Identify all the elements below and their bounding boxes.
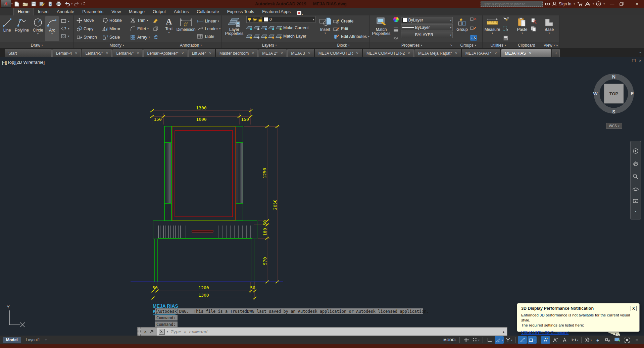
ribbon-tab-collaborate[interactable]: Collaborate [193,8,223,15]
array-caret-icon[interactable]: ▾ [149,36,150,38]
layer-lock-tool-icon[interactable] [268,25,274,30]
close-tab-icon[interactable]: × [356,51,358,55]
close-tab-icon[interactable]: × [529,51,531,55]
close-button[interactable]: × [632,1,642,6]
color-wheel-icon[interactable] [393,17,399,22]
panel-label-utilities[interactable]: Utilities▾ [483,42,514,48]
file-tab[interactable]: MEJA RAPAT*× [462,49,501,57]
autodesk-app-icon[interactable] [585,2,590,6]
edit-attributes-button[interactable]: Edit Attributes▾ [333,33,369,40]
group-selection-icon[interactable] [470,35,477,41]
command-customize-icon[interactable] [149,330,154,334]
trim-caret-icon[interactable]: ▾ [147,19,148,21]
linetype-dropdown[interactable]: BYLAYER ▾ [401,32,453,38]
workspace-switch-icon[interactable]: ▾ [584,336,593,344]
customization-menu-icon[interactable]: ≡ [632,336,641,344]
rotate-button[interactable]: Rotate [102,16,130,24]
command-dock-grip[interactable] [138,328,141,336]
lineweight-caret-icon[interactable]: ▾ [450,27,451,29]
close-tab-icon[interactable]: × [455,51,457,55]
erase-button[interactable] [153,16,159,24]
ribbon-tab-featured-apps[interactable]: Featured Apps [258,8,295,15]
close-tab-icon[interactable]: × [494,51,497,55]
zoom-icon[interactable] [633,173,639,180]
file-tab[interactable]: Lemari-Apoteker*× [143,49,187,57]
linear-caret-icon[interactable]: ▾ [218,20,219,22]
leader-button[interactable]: Leader▾ [197,25,220,33]
notification-close-button[interactable]: X [631,306,637,311]
pan-icon[interactable] [633,161,638,167]
wcs-menu[interactable]: WCS▾ [606,123,622,129]
grid-toggle-icon[interactable] [462,336,471,344]
isodraft-toggle-icon[interactable]: ▾ [504,336,513,344]
calculator-icon[interactable] [503,36,508,41]
ribbon-tab-express-tools[interactable]: Express Tools [223,8,258,15]
steering-wheel-icon[interactable] [633,148,639,154]
viewcube-face-label[interactable]: TOP [609,91,618,96]
ribbon-tab-annotate[interactable]: Annotate [53,8,78,15]
layer-dropdown[interactable]: 0 ▾ [246,16,315,23]
help-icon[interactable]: ? [596,1,601,6]
save-web-mobile-icon[interactable] [47,1,54,7]
panel-label-properties[interactable]: Properties▾↘ [370,42,454,48]
layer-color-swatch[interactable] [263,17,268,22]
annotation-scale-value[interactable]: 1:1▾ [570,336,579,344]
viewcube-north[interactable]: N [612,74,615,80]
close-tab-icon[interactable]: × [209,51,211,55]
overkill-button[interactable] [153,33,159,41]
measure-caret-icon[interactable]: ▾ [492,32,493,34]
layer-lock-icon[interactable] [258,17,262,22]
properties-expand-icon[interactable]: ↘ [450,43,452,47]
copy-clip-icon[interactable] [531,26,537,32]
block-create-button[interactable]: Create [333,17,369,25]
file-tab[interactable]: MEJA 3× [287,49,314,57]
leader-caret-icon[interactable]: ▾ [219,28,220,30]
table-button[interactable]: Table [197,33,220,40]
showmotion-icon[interactable] [633,199,638,203]
autocad-logo-icon[interactable]: A [1,0,11,8]
command-expand-icon[interactable]: ▲ [502,330,505,334]
object-snap-tracking-toggle-icon[interactable] [518,336,527,344]
file-tab-active[interactable]: MEJA RIAS× [501,49,551,57]
arc-caret-icon[interactable]: ▾ [51,33,53,35]
redo-icon[interactable] [73,1,81,7]
doc-minimize-icon[interactable]: — [625,58,629,63]
ribbon-tab-parametric[interactable]: Parametric [78,8,107,15]
close-tab-icon[interactable]: × [137,51,139,55]
fillet-caret-icon[interactable]: ▾ [147,28,149,30]
panel-label-clipboard[interactable]: Clipboard [514,42,539,48]
select-similar-icon[interactable] [502,26,509,31]
new-file-icon[interactable] [13,1,21,7]
ribbon-tab-insert[interactable]: Insert [34,8,53,15]
linetype-icon[interactable] [393,37,399,41]
close-tab-icon[interactable]: × [75,51,77,55]
clean-screen-icon[interactable] [623,336,632,344]
command-prompt-icon[interactable] [159,329,165,335]
new-drawing-button[interactable]: + [552,49,560,57]
copy-button[interactable]: Copy [77,24,102,33]
base-button[interactable]: Base ▾ [542,16,557,41]
paste-button[interactable]: Paste ▾ [515,16,529,41]
object-color-dropdown[interactable]: ByLayer ▾ [401,17,453,23]
annotation-visibility-icon[interactable] [541,336,550,344]
layer-properties-button[interactable]: Layer Properties [224,16,245,41]
file-tab[interactable]: MEJA COMPUTER-2× [363,49,414,57]
polyline-button[interactable]: Polyline [13,16,31,41]
viewcube-west[interactable]: W [593,91,598,96]
close-tab-icon[interactable]: × [408,51,410,55]
ellipse-button[interactable]: ▾ [61,25,69,32]
undo-caret-icon[interactable]: ▾ [71,3,73,5]
match-layer-button[interactable]: Match Layer [276,32,306,40]
circle-button[interactable]: Circle ▾ [31,16,45,41]
file-tab[interactable]: Lemari-5*× [82,49,112,57]
layer-unlock-icon[interactable] [268,34,274,39]
doc-restore-icon[interactable]: ❐ [632,58,636,63]
ribbon-tab-view[interactable]: View [107,8,125,15]
close-tab-icon[interactable]: × [182,51,184,55]
drawer-handle[interactable] [192,230,213,232]
ungroup-icon[interactable] [470,17,477,22]
arc-button[interactable]: Arc ▾ [45,16,59,41]
layer-freeze-icon[interactable] [253,17,257,22]
layer-on-tool-icon[interactable] [246,34,252,39]
panel-label-modify[interactable]: Modify▾ [74,42,160,48]
